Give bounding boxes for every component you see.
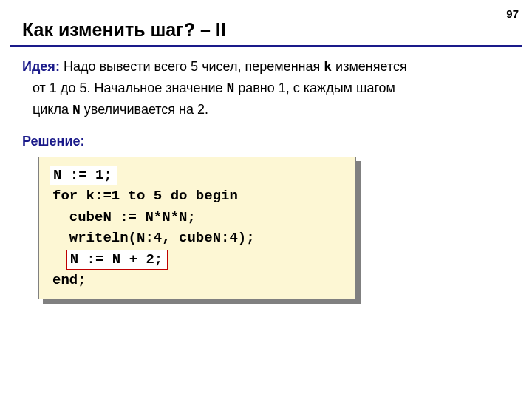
page-number: 97 [506, 7, 519, 20]
var-k: k [324, 60, 332, 75]
slide-title: Как изменить шаг? – II [0, 0, 532, 45]
code-line-cube: cubeN := N*N*N; [52, 209, 196, 225]
var-n-2: N [72, 103, 81, 117]
idea-text-5: цикла [33, 102, 72, 117]
idea-text-3: от 1 до 5. Начальное значение [33, 81, 226, 95]
idea-text-1: Надо вывести всего 5 чисел, переменная [60, 59, 324, 74]
idea-line-3: цикла N увеличивается на 2. [22, 100, 510, 121]
code-line-for: for k:=1 to 5 do begin [52, 188, 238, 204]
idea-text-2: изменяется [332, 59, 407, 74]
code-block: N := 1; for k:=1 to 5 do begin cubeN := … [38, 157, 356, 299]
code-container: N := 1; for k:=1 to 5 do begin cubeN := … [38, 157, 356, 299]
code-line-end: end; [52, 272, 86, 288]
slide-body: Идея: Надо вывести всего 5 чисел, переме… [0, 47, 532, 299]
idea-line-2: от 1 до 5. Начальное значение N равно 1,… [22, 78, 510, 100]
idea-text-6: увеличивается на 2. [81, 102, 208, 117]
var-n-1: N [226, 81, 234, 96]
code-highlight-step: N := N + 2; [66, 250, 168, 270]
code-highlight-init: N := 1; [50, 166, 117, 186]
code-line-writeln: writeln(N:4, cubeN:4); [52, 230, 255, 246]
solution-label: Решение: [22, 132, 510, 152]
idea-label: Идея: [22, 59, 60, 74]
idea-text-4: равно 1, с каждым шагом [234, 81, 395, 95]
idea-paragraph: Идея: Надо вывести всего 5 чисел, переме… [22, 57, 510, 121]
